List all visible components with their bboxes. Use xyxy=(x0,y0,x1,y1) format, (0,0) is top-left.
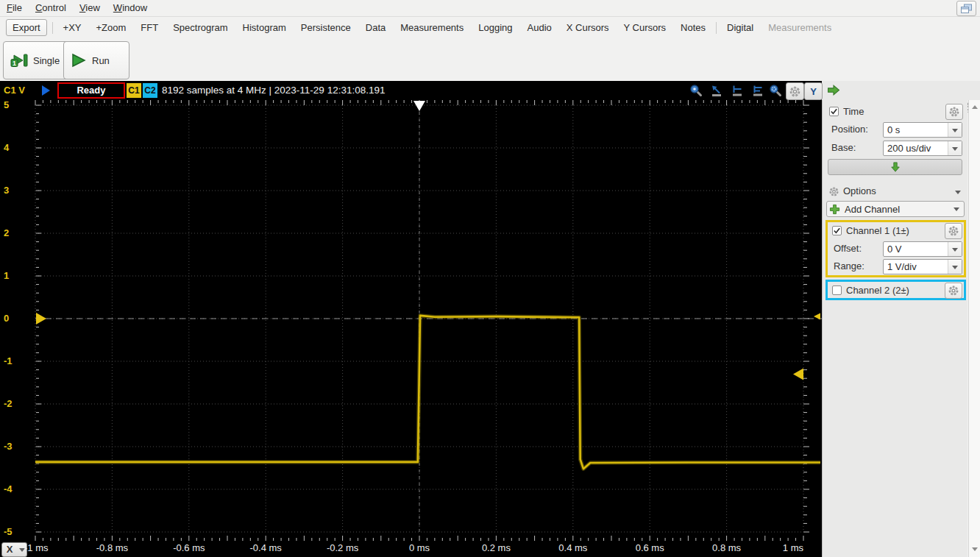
channel1-label: Channel 1 (1±) xyxy=(846,224,909,238)
run-icon xyxy=(70,52,88,68)
channel2-checkbox[interactable] xyxy=(832,285,842,295)
menu-control[interactable]: Control xyxy=(29,0,73,16)
oscilloscope-plot-area[interactable]: 543210-1-2-3-4-5 xyxy=(0,100,822,541)
trigger-level-marker xyxy=(793,368,803,380)
dropdown-arrow-icon[interactable] xyxy=(948,260,962,274)
x-axis-label: 0.8 ms xyxy=(712,542,741,553)
y-axis-label: 5 xyxy=(4,99,29,112)
y-axis-label: -2 xyxy=(4,397,29,411)
separator xyxy=(52,22,53,34)
options-label[interactable]: Options xyxy=(843,184,876,199)
plus-icon xyxy=(829,204,840,215)
sidebar-scrollbar[interactable] xyxy=(968,100,980,557)
single-button-label: Single xyxy=(33,55,60,66)
options-gear-icon xyxy=(828,186,839,197)
audio-button[interactable]: Audio xyxy=(520,20,559,35)
x-axis-label: 0 ms xyxy=(409,542,430,553)
zoom-in-icon[interactable] xyxy=(689,84,703,97)
time-position-value: 0 s xyxy=(884,124,948,135)
channel2-label: Channel 2 (2±) xyxy=(846,283,909,298)
add-channel-label: Add Channel xyxy=(845,204,900,215)
channel-axis-label[interactable]: C1 V xyxy=(4,81,25,100)
menu-view[interactable]: View xyxy=(73,0,107,16)
measure-icon[interactable] xyxy=(730,84,745,97)
add-channel-button[interactable]: Add Channel xyxy=(826,201,965,217)
channel2-group: Channel 2 (2±) xyxy=(825,280,966,300)
svg-text:1: 1 xyxy=(13,60,16,67)
status-badge: Ready xyxy=(57,82,125,99)
time-base-label: Base: xyxy=(831,141,856,155)
x-axis-label: -0.8 ms xyxy=(96,542,128,553)
time-base-select[interactable]: 200 us/div xyxy=(883,141,962,156)
restore-window-button[interactable] xyxy=(956,1,976,16)
run-button[interactable]: Run xyxy=(63,41,129,79)
tab-channel2[interactable]: C2 xyxy=(143,83,157,98)
channel1-offset-value: 0 V xyxy=(884,244,948,255)
channel1-checkbox[interactable] xyxy=(832,226,842,235)
x-axis-label: -0.2 ms xyxy=(327,542,358,553)
y-cursors-button[interactable]: Y Cursors xyxy=(617,20,674,35)
x-axis-button[interactable]: X xyxy=(1,542,18,557)
view-toolbar: Export +XY +Zoom FFT Spectrogram Histogr… xyxy=(0,17,980,39)
channel1-offset-select[interactable]: 0 V xyxy=(883,241,962,257)
channel1-offset-marker xyxy=(36,313,46,324)
y-axis-label: 4 xyxy=(4,141,29,155)
x-cursors-button[interactable]: X Cursors xyxy=(559,20,617,35)
plot-settings-gear-button[interactable] xyxy=(786,82,804,100)
waveforms-scope-window: File Control View Window Export +XY +Zoo… xyxy=(0,0,980,557)
x-axis-label: -0.6 ms xyxy=(173,542,205,553)
y-axis-label: 3 xyxy=(4,184,29,197)
y-axis-label: 2 xyxy=(4,227,29,240)
menu-bar: File Control View Window xyxy=(0,0,980,17)
scroll-down-icon[interactable] xyxy=(970,544,979,554)
logging-button[interactable]: Logging xyxy=(471,20,519,35)
expand-chevron-icon[interactable] xyxy=(42,85,55,96)
options-dropdown-icon[interactable] xyxy=(955,187,961,197)
single-button[interactable]: 1 Single xyxy=(3,41,72,79)
menu-window[interactable]: Window xyxy=(107,0,154,16)
digital-button[interactable]: Digital xyxy=(720,20,761,35)
channel1-settings-gear-icon[interactable] xyxy=(945,223,962,239)
dropdown-arrow-icon[interactable] xyxy=(954,204,959,214)
data-button[interactable]: Data xyxy=(358,20,393,35)
time-settings-gear-icon[interactable] xyxy=(945,104,963,120)
channel1-range-select[interactable]: 1 V/div xyxy=(883,259,962,274)
scroll-up-icon[interactable] xyxy=(970,102,979,111)
histogram-button[interactable]: Histogram xyxy=(235,20,294,35)
time-panel-collapse-button[interactable] xyxy=(828,159,962,175)
fft-button[interactable]: FFT xyxy=(133,20,166,35)
single-icon: 1 xyxy=(10,52,29,68)
dropdown-arrow-icon[interactable] xyxy=(948,141,962,155)
menu-file[interactable]: File xyxy=(0,0,29,16)
measure-set-icon[interactable] xyxy=(750,84,765,97)
oscilloscope-plot[interactable] xyxy=(0,100,822,541)
notes-button[interactable]: Notes xyxy=(673,20,713,35)
channel1-range-value: 1 V/div xyxy=(884,261,948,272)
add-zoom-button[interactable]: +Zoom xyxy=(89,20,134,35)
green-down-arrow-icon xyxy=(890,162,901,172)
time-checkbox[interactable] xyxy=(829,107,839,116)
y-axis-button[interactable]: Y xyxy=(804,82,823,100)
dropdown-arrow-icon[interactable] xyxy=(948,123,962,137)
channel2-settings-gear-icon[interactable] xyxy=(945,283,962,299)
export-button[interactable]: Export xyxy=(6,19,47,36)
x-axis-label: 0.2 ms xyxy=(482,542,511,553)
measurements-disabled-button: Measurements xyxy=(761,20,839,35)
persistence-button[interactable]: Persistence xyxy=(294,20,358,35)
y-axis-label: -5 xyxy=(4,525,29,539)
x-axis-label: 0.4 ms xyxy=(558,542,587,553)
offset-right-ruler-marker xyxy=(814,313,820,320)
pointer-icon[interactable] xyxy=(709,84,724,97)
time-position-select[interactable]: 0 s xyxy=(883,122,962,138)
tab-channel1[interactable]: C1 xyxy=(127,83,141,98)
spectrogram-button[interactable]: Spectrogram xyxy=(166,20,235,35)
add-xy-button[interactable]: +XY xyxy=(56,20,89,35)
zoom-reset-icon[interactable] xyxy=(768,84,783,97)
time-panel-label: Time xyxy=(843,104,864,119)
green-right-arrow-icon[interactable] xyxy=(827,84,840,96)
trace-glow xyxy=(35,316,820,469)
acquisition-info: 8192 samples at 4 MHz | 2023-11-29 12:31… xyxy=(162,81,385,100)
scope-status-bar: C1 V Ready C1 C2 8192 samples at 4 MHz |… xyxy=(0,81,980,100)
dropdown-arrow-icon[interactable] xyxy=(948,242,962,256)
measurements-button[interactable]: Measurements xyxy=(393,20,471,35)
